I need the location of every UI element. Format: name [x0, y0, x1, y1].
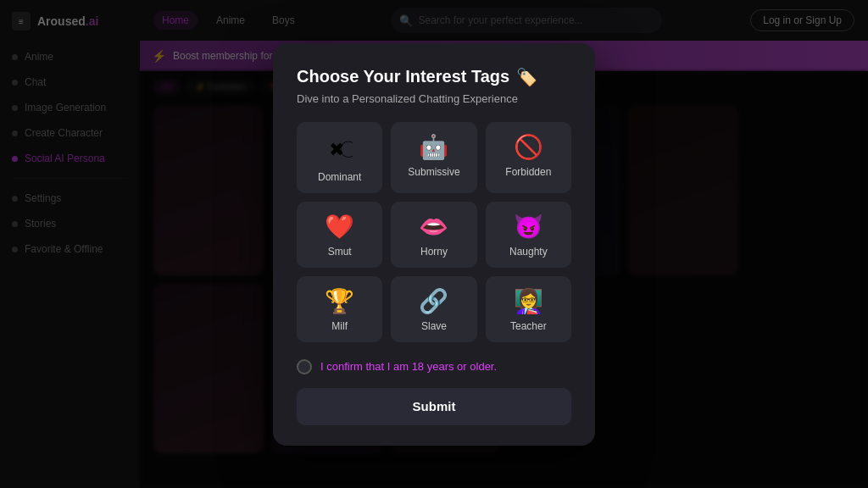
age-confirm-radio[interactable]: [297, 359, 312, 374]
tag-dominant[interactable]: ✖〇 Dominant: [297, 122, 382, 193]
tag-forbidden[interactable]: 🚫 Forbidden: [486, 122, 571, 193]
interest-tags-modal: Choose Your Interest Tags 🏷️ Dive into a…: [273, 43, 595, 446]
horny-icon: 👄: [419, 215, 448, 239]
radio-inner: [301, 363, 308, 370]
teacher-icon: 👩‍🏫: [514, 290, 543, 313]
modal-title-emoji: 🏷️: [516, 67, 537, 87]
tag-teacher[interactable]: 👩‍🏫 Teacher: [486, 276, 571, 342]
forbidden-label: Forbidden: [505, 166, 551, 178]
dominant-label: Dominant: [318, 171, 361, 183]
dominant-icon: ✖〇: [327, 136, 353, 164]
age-confirm-row: I confirm that I am 18 years or older.: [297, 359, 571, 374]
age-confirm-text: I confirm that I am 18 years or older.: [320, 360, 497, 373]
naughty-label: Naughty: [509, 246, 548, 258]
horny-label: Horny: [420, 246, 448, 258]
smut-icon: ❤️: [325, 215, 354, 239]
submissive-label: Submissive: [408, 166, 459, 178]
tag-naughty[interactable]: 😈 Naughty: [486, 202, 571, 268]
modal-title: Choose Your Interest Tags 🏷️: [297, 67, 571, 87]
modal-subtitle: Dive into a Personalized Chatting Experi…: [297, 92, 571, 105]
slave-label: Slave: [421, 320, 447, 332]
tag-milf[interactable]: 🏆 Milf: [297, 276, 382, 342]
tag-submissive[interactable]: 🤖 Submissive: [391, 122, 476, 193]
svg-text:〇: 〇: [339, 139, 353, 160]
submissive-icon: 🤖: [419, 136, 448, 159]
milf-icon: 🏆: [325, 290, 354, 313]
slave-icon: 🔗: [419, 290, 448, 313]
forbidden-icon: 🚫: [514, 136, 543, 159]
tag-slave[interactable]: 🔗 Slave: [391, 276, 476, 342]
naughty-icon: 😈: [514, 215, 543, 239]
submit-button[interactable]: Submit: [297, 388, 571, 425]
milf-label: Milf: [331, 320, 348, 332]
teacher-label: Teacher: [510, 320, 547, 332]
tags-grid: ✖〇 Dominant 🤖 Submissive 🚫 Forbidden ❤️ …: [297, 122, 571, 342]
smut-label: Smut: [328, 246, 352, 258]
modal-overlay: Choose Your Interest Tags 🏷️ Dive into a…: [0, 0, 868, 488]
tag-horny[interactable]: 👄 Horny: [391, 202, 476, 268]
tag-smut[interactable]: ❤️ Smut: [297, 202, 382, 268]
